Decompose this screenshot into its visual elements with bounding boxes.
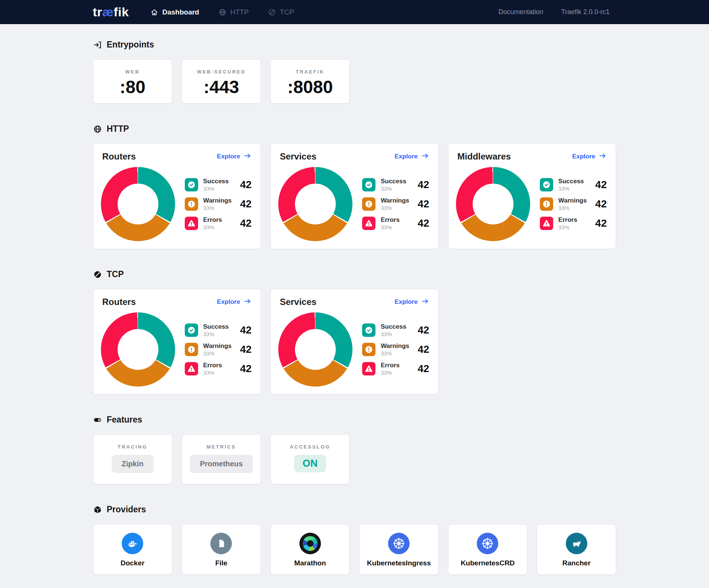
- legend-label: Success: [381, 323, 406, 331]
- provider-label: Docker: [93, 559, 172, 567]
- legend-percent: 33%: [203, 350, 232, 357]
- explore-link[interactable]: Explore: [217, 152, 252, 162]
- documentation-link[interactable]: Documentation: [499, 8, 544, 16]
- nav-label-dashboard: Dashboard: [162, 8, 199, 16]
- feature-card-tracing: TRACING Zipkin: [93, 434, 172, 484]
- feature-value-pill: Zipkin: [112, 455, 154, 473]
- provider-card-docker: Docker: [93, 524, 172, 575]
- toggle-icon: [93, 415, 102, 424]
- rancher-icon: [566, 533, 587, 554]
- legend-percent: 33%: [203, 185, 229, 192]
- entrypoint-label: WEB-SECURED: [182, 69, 260, 75]
- providers-section-header: Providers: [93, 505, 616, 515]
- nav-label-tcp: TCP: [280, 8, 294, 16]
- legend-value: 42: [418, 324, 429, 336]
- docker-icon: [122, 533, 143, 554]
- legend-value: 42: [240, 198, 252, 210]
- legend-label: Success: [203, 323, 229, 331]
- tcp-services-card: Services Explore Success33% 42 Warnings3…: [270, 289, 439, 394]
- explore-link[interactable]: Explore: [394, 297, 429, 307]
- legend-percent: 33%: [381, 369, 400, 376]
- provider-card-marathon: Marathon: [270, 524, 349, 575]
- file-icon: [210, 533, 232, 554]
- provider-label: KubernetesIngress: [360, 559, 438, 567]
- feature-label: ACCESSLOG: [271, 444, 349, 450]
- legend-percent: 33%: [203, 369, 222, 376]
- providers-row: Docker File Marathon KubernetesIngress K…: [93, 524, 616, 575]
- explore-label: Explore: [394, 298, 417, 306]
- legend-row-errors: Errors33% 42: [362, 216, 429, 230]
- legend-row-success: Success33% 42: [185, 323, 252, 337]
- globe-icon: [219, 8, 227, 16]
- nav-item-tcp[interactable]: TCP: [268, 8, 294, 16]
- legend-percent: 33%: [203, 331, 229, 337]
- tcp-routers-card: Routers Explore Success33% 42 Warnings33…: [93, 289, 261, 394]
- feature-on-pill: ON: [294, 455, 326, 472]
- success-icon: [185, 178, 198, 191]
- legend-row-success: Success33% 42: [540, 178, 607, 192]
- features-row: TRACING Zipkin METRICS Prometheus ACCESS…: [93, 434, 616, 484]
- donut-chart: [101, 312, 175, 387]
- entrypoint-label: TRAEFIK: [271, 69, 349, 75]
- legend-row-errors: Errors33% 42: [185, 362, 252, 376]
- entrypoint-card-web: WEB :80: [93, 59, 172, 104]
- http-middlewares-card: Middlewares Explore Success33% 42 Warnin…: [448, 144, 616, 249]
- card-title: Services: [280, 151, 316, 162]
- provider-label: Marathon: [271, 559, 349, 567]
- donut-chart: [101, 167, 175, 241]
- success-icon: [362, 323, 375, 337]
- legend-label: Success: [381, 178, 406, 185]
- entrypoint-port: :443: [182, 77, 260, 97]
- provider-card-kubernetesingress: KubernetesIngress: [359, 524, 438, 575]
- features-title: Features: [107, 415, 142, 425]
- traefik-logo[interactable]: træfik: [93, 5, 129, 19]
- logo-text: tr: [93, 5, 102, 19]
- error-icon: [185, 217, 198, 230]
- package-icon: [93, 505, 102, 514]
- legend-row-errors: Errors33% 42: [185, 216, 252, 230]
- explore-link[interactable]: Explore: [217, 297, 252, 307]
- success-icon: [362, 178, 375, 191]
- http-section-header: HTTP: [93, 124, 616, 134]
- legend-row-success: Success33% 42: [362, 178, 429, 192]
- provider-card-kubernetescrd: KubernetesCRD: [448, 524, 527, 575]
- legend-label: Warnings: [381, 342, 409, 350]
- kubernetes-icon: [388, 533, 410, 554]
- entrypoints-row: WEB :80 WEB-SECURED :443 TRAEFIK :8080: [93, 59, 616, 104]
- chart-legend: Success33% 42 Warnings33% 42 Errors33% 4…: [362, 323, 429, 376]
- features-section-header: Features: [93, 415, 616, 425]
- tcp-section-header: TCP: [93, 269, 616, 279]
- feature-card-metrics: METRICS Prometheus: [182, 434, 261, 484]
- provider-card-rancher: Rancher: [537, 524, 616, 575]
- legend-row-success: Success33% 42: [362, 323, 429, 337]
- card-title: Middlewares: [457, 151, 511, 162]
- explore-link[interactable]: Explore: [572, 152, 607, 162]
- warning-icon: [362, 343, 375, 356]
- chart-legend: Success33% 42 Warnings33% 42 Errors33% 4…: [185, 178, 252, 230]
- nav-item-dashboard[interactable]: Dashboard: [150, 8, 199, 16]
- donut-chart: [278, 312, 352, 387]
- legend-value: 42: [240, 363, 252, 375]
- legend-value: 42: [595, 217, 607, 229]
- legend-label: Errors: [558, 216, 577, 224]
- provider-label: Rancher: [537, 559, 616, 567]
- legend-row-errors: Errors33% 42: [540, 216, 607, 230]
- legend-percent: 33%: [381, 350, 409, 357]
- arrow-right-icon: [243, 152, 252, 162]
- explore-link[interactable]: Explore: [394, 152, 429, 162]
- explore-label: Explore: [217, 153, 240, 160]
- legend-label: Errors: [203, 362, 222, 369]
- http-services-card: Services Explore Success33% 42 Warnings3…: [270, 144, 439, 249]
- legend-value: 42: [240, 324, 252, 336]
- legend-row-warnings: Warnings33% 42: [362, 342, 429, 357]
- legend-value: 42: [418, 198, 429, 210]
- nav-item-http[interactable]: HTTP: [219, 8, 249, 16]
- explore-label: Explore: [572, 153, 595, 160]
- legend-label: Warnings: [203, 342, 232, 350]
- legend-label: Errors: [381, 362, 400, 369]
- arrow-right-icon: [598, 152, 607, 162]
- http-cards-row: Routers Explore Success33% 42 Warnings33…: [93, 144, 616, 249]
- legend-row-warnings: Warnings33% 42: [185, 342, 252, 357]
- legend-label: Warnings: [381, 197, 409, 204]
- entrypoints-icon: [93, 40, 102, 49]
